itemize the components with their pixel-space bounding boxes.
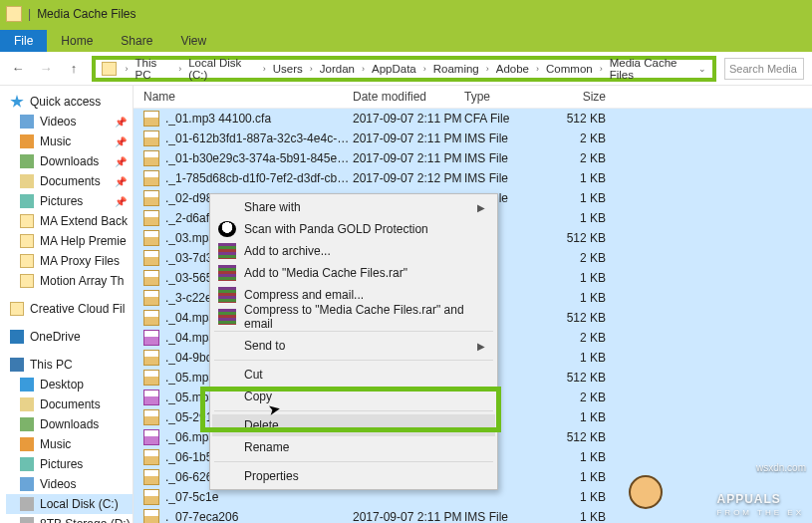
menu-cut[interactable]: Cut xyxy=(212,364,495,386)
label: Add to archive... xyxy=(244,244,331,258)
sidebar-item[interactable]: 8TB Storage (D:) xyxy=(6,514,133,523)
sidebar-item[interactable]: MA Help Premie xyxy=(6,231,133,251)
sidebar-item[interactable]: Desktop xyxy=(6,375,133,394)
sidebar-item[interactable]: MA Extend Back xyxy=(6,211,133,231)
chevron-down-icon[interactable]: ⌄ xyxy=(698,64,706,74)
sidebar-item[interactable]: Downloads📌 xyxy=(6,151,133,171)
crumb[interactable]: Users xyxy=(271,63,305,75)
sidebar-item[interactable]: Videos xyxy=(6,474,133,494)
chevron-right-icon[interactable]: › xyxy=(420,64,429,74)
address-bar[interactable]: › This PC› Local Disk (C:)› Users› Jorda… xyxy=(92,56,716,82)
menu-add-archive[interactable]: Add to archive... xyxy=(212,240,495,262)
archive-icon xyxy=(218,243,236,259)
menu-delete[interactable]: Delete xyxy=(212,414,495,436)
menu-scan-panda[interactable]: Scan with Panda GOLD Protection xyxy=(212,218,495,240)
file-tab[interactable]: File xyxy=(0,30,47,52)
quick-access[interactable]: Quick access xyxy=(6,92,133,112)
separator xyxy=(214,410,493,411)
mascot-icon xyxy=(629,475,663,509)
col-type[interactable]: Type xyxy=(464,90,550,104)
sidebar-item[interactable]: MA Proxy Files xyxy=(6,251,133,271)
file-name: ._01-612b3fd1-887a-32c3-4e4c-67ee0000… xyxy=(165,131,353,145)
chevron-right-icon[interactable]: › xyxy=(123,64,132,74)
sidebar-item[interactable]: Local Disk (C:) xyxy=(6,494,133,514)
sidebar-item[interactable]: Documents xyxy=(6,394,133,414)
creative-cloud[interactable]: Creative Cloud Fil xyxy=(6,299,133,319)
titlebar: | Media Cache Files xyxy=(0,0,812,28)
crumb[interactable]: Jordan xyxy=(318,63,357,75)
menu-send-to[interactable]: Send to▶ xyxy=(212,335,495,357)
item-icon xyxy=(20,134,34,148)
file-size: 2 KB xyxy=(550,331,620,345)
crumb[interactable]: This PC xyxy=(134,57,174,81)
crumb[interactable]: Local Disk (C:) xyxy=(186,57,258,81)
chevron-right-icon[interactable]: › xyxy=(597,64,606,74)
pin-icon: 📌 xyxy=(115,176,127,187)
file-row[interactable]: ._01-b30e29c3-374a-5b91-845e-fd520000… 2… xyxy=(134,148,812,168)
file-size: 1 KB xyxy=(550,271,620,285)
crumb[interactable]: Roaming xyxy=(431,63,481,75)
sidebar-item[interactable]: Documents📌 xyxy=(6,171,133,191)
file-row[interactable]: ._01.mp3 44100.cfa 2017-09-07 2:11 PM CF… xyxy=(134,109,812,129)
sidebar-item[interactable]: Pictures📌 xyxy=(6,191,133,211)
chevron-right-icon[interactable]: › xyxy=(175,64,184,74)
label: Add to "Media Cache Files.rar" xyxy=(244,266,407,280)
label: Scan with Panda GOLD Protection xyxy=(244,222,428,236)
item-icon xyxy=(20,234,34,248)
file-icon xyxy=(143,350,159,366)
crumb[interactable]: AppData xyxy=(370,63,418,75)
chevron-right-icon[interactable]: › xyxy=(533,64,542,74)
crumb[interactable]: Adobe xyxy=(494,63,531,75)
file-row[interactable]: ._07-7eca206 2017-09-07 2:11 PM IMS File… xyxy=(134,507,812,523)
tab-view[interactable]: View xyxy=(166,30,220,52)
onedrive[interactable]: OneDrive xyxy=(6,327,133,347)
chevron-right-icon[interactable]: › xyxy=(307,64,316,74)
label: Compress and email... xyxy=(244,288,364,302)
sidebar-item[interactable]: Videos📌 xyxy=(6,112,133,131)
crumb[interactable]: Common xyxy=(544,63,595,75)
pc-icon xyxy=(10,358,24,372)
file-size: 512 KB xyxy=(550,430,620,444)
label: OneDrive xyxy=(30,330,81,344)
tab-share[interactable]: Share xyxy=(107,30,166,52)
up-button[interactable]: ↑ xyxy=(64,61,84,76)
file-row[interactable]: ._1-785d68cb-d1f0-7ef2-d3df-cbe200000… 2… xyxy=(134,168,812,188)
sidebar-item[interactable]: Motion Array Th xyxy=(6,271,133,291)
file-row[interactable]: ._07-5c1e 1 KB xyxy=(134,487,812,507)
menu-compress-rar-email[interactable]: Compress to "Media Cache Files.rar" and … xyxy=(212,306,495,328)
file-row[interactable]: ._01-612b3fd1-887a-32c3-4e4c-67ee0000… 2… xyxy=(134,129,812,148)
menu-copy[interactable]: Copy xyxy=(212,386,495,407)
chevron-right-icon[interactable]: › xyxy=(260,64,269,74)
chevron-right-icon[interactable]: › xyxy=(483,64,492,74)
crumb[interactable]: Media Cache Files xyxy=(608,57,696,81)
sidebar-item[interactable]: Music📌 xyxy=(6,131,133,151)
folder-icon xyxy=(10,302,24,316)
sidebar-item[interactable]: Pictures xyxy=(6,454,133,474)
menu-add-rar[interactable]: Add to "Media Cache Files.rar" xyxy=(212,262,495,284)
tab-home[interactable]: Home xyxy=(47,30,107,52)
file-size: 512 KB xyxy=(550,371,620,385)
col-size[interactable]: Size xyxy=(550,90,620,104)
file-icon xyxy=(143,170,159,186)
chevron-right-icon[interactable]: › xyxy=(359,64,368,74)
search-input[interactable]: Search Media C… xyxy=(724,58,804,80)
item-icon xyxy=(20,457,34,471)
label: Motion Array Th xyxy=(40,274,124,288)
file-icon xyxy=(143,310,159,326)
col-date[interactable]: Date modified xyxy=(353,90,464,104)
file-icon xyxy=(143,111,159,127)
file-size: 2 KB xyxy=(550,151,620,165)
file-size: 1 KB xyxy=(550,450,620,464)
sidebar-item[interactable]: Downloads xyxy=(6,414,133,434)
blank-icon xyxy=(218,199,236,215)
menu-rename[interactable]: Rename xyxy=(212,436,495,458)
item-icon xyxy=(20,417,34,431)
folder-icon xyxy=(6,6,22,22)
menu-properties[interactable]: Properties xyxy=(212,465,495,487)
sidebar-item[interactable]: Music xyxy=(6,434,133,454)
back-button[interactable]: ← xyxy=(8,61,28,76)
menu-share-with[interactable]: Share with▶ xyxy=(212,196,495,218)
forward-button[interactable]: → xyxy=(36,61,56,76)
col-name[interactable]: Name xyxy=(143,90,353,104)
this-pc[interactable]: This PC xyxy=(6,355,133,375)
